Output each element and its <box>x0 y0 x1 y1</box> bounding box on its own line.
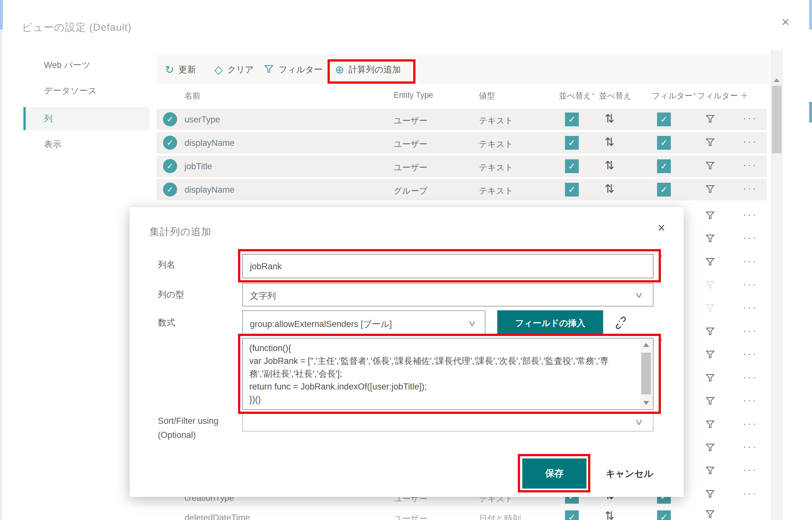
row-funnel-icon[interactable] <box>705 509 715 520</box>
column-type-select[interactable]: 文字列 ∨ <box>242 283 654 307</box>
cancel-button[interactable]: キャンセル <box>606 467 653 480</box>
highlight-box-save <box>518 454 590 492</box>
sidebar-item-display[interactable]: 表示 <box>44 137 140 152</box>
formula-field-select[interactable]: group:allowExternalSenders [ブール] ∨ <box>242 310 485 336</box>
row-more-options-icon[interactable]: ··· <box>743 488 758 498</box>
highlight-box-add-calc-column <box>327 59 416 84</box>
unlink-icon[interactable] <box>612 314 629 333</box>
row-funnel-icon[interactable] <box>705 257 715 268</box>
formula-label: 数式 <box>158 317 175 328</box>
sort-checkbox[interactable]: ✓ <box>565 159 579 173</box>
row-more-options-icon[interactable]: ··· <box>743 209 758 220</box>
filter-checkbox[interactable]: ✓ <box>657 159 671 173</box>
included-check-circle-icon[interactable]: ✓ <box>163 159 177 173</box>
row-more-options-icon[interactable]: ··· <box>743 279 758 289</box>
row-more-options-icon[interactable]: ··· <box>743 302 758 313</box>
row-funnel-icon[interactable] <box>705 210 715 222</box>
row-funnel-icon[interactable] <box>705 161 715 172</box>
row-funnel-icon[interactable] <box>705 327 715 338</box>
row-more-options-icon[interactable]: ··· <box>743 371 758 383</box>
row-more-options-icon[interactable]: ··· <box>743 348 758 359</box>
column-name-label: 列名 <box>158 259 175 270</box>
row-funnel-icon[interactable] <box>705 442 715 453</box>
sort-filter-label-line1: Sort/Filter using <box>158 416 219 426</box>
dialog-title: 集計列の追加 <box>149 225 212 238</box>
chevron-down-icon: ∨ <box>634 290 644 300</box>
column-header-sort-b[interactable]: 並べ替え <box>599 90 631 101</box>
row-name-cell: jobTitle <box>184 162 212 172</box>
row-more-options-icon[interactable]: ··· <box>743 441 758 452</box>
clear-button[interactable]: ◇ クリア <box>214 60 254 79</box>
clear-label: クリア <box>227 64 254 75</box>
sort-updown-icon[interactable]: ⇅ <box>605 135 614 149</box>
filter-button[interactable]: フィルター <box>264 60 323 79</box>
row-more-options-icon[interactable]: ··· <box>743 256 758 266</box>
page-edge-fragment <box>809 0 812 29</box>
row-value-type-cell: テキスト <box>479 162 513 173</box>
column-header-filter-b[interactable]: フィルター <box>697 90 738 101</box>
included-check-circle-icon[interactable]: ✓ <box>163 112 177 126</box>
sort-updown-icon[interactable]: ⇅ <box>605 112 614 125</box>
column-header-entity-type[interactable]: Entity Type <box>394 90 433 100</box>
row-funnel-icon[interactable] <box>705 466 715 477</box>
sidebar-item-webparts[interactable]: Web パーツ <box>44 58 140 73</box>
row-more-options-icon[interactable]: ··· <box>743 112 758 124</box>
sidebar-item-columns[interactable]: 列 <box>44 111 140 126</box>
row-funnel-icon[interactable] <box>705 184 715 195</box>
insert-field-button[interactable]: フィールドの挿入 <box>497 310 603 336</box>
refresh-button[interactable]: ↻ 更新 <box>165 60 196 79</box>
row-value-type-cell: テキスト <box>479 115 513 126</box>
filter-checkbox[interactable]: ✓ <box>657 112 671 126</box>
included-check-circle-icon[interactable]: ✓ <box>163 182 177 197</box>
row-name-cell: displayName <box>184 185 235 195</box>
row-funnel-icon[interactable] <box>705 137 715 149</box>
sort-updown-icon[interactable]: ⇅ <box>605 159 614 172</box>
sort-checkbox[interactable]: ✓ <box>565 112 579 126</box>
row-background <box>156 155 767 177</box>
row-value-type-cell: テキスト <box>479 185 513 197</box>
row-more-options-icon[interactable]: ··· <box>743 183 758 193</box>
row-more-options-icon[interactable]: ··· <box>743 395 758 406</box>
row-funnel-icon[interactable] <box>705 280 715 291</box>
row-funnel-icon[interactable] <box>705 114 715 125</box>
column-header-name[interactable]: 名前 <box>184 90 200 101</box>
row-funnel-icon[interactable] <box>705 373 715 384</box>
row-more-options-icon[interactable]: ··· <box>743 464 758 475</box>
row-background <box>156 109 767 130</box>
scrollbar-thumb[interactable] <box>772 86 782 153</box>
sort-updown-icon[interactable]: ⇅ <box>605 182 614 196</box>
row-funnel-icon[interactable] <box>705 396 715 407</box>
row-more-options-icon[interactable]: ··· <box>743 418 758 429</box>
sort-checkbox[interactable]: ✓ <box>565 183 579 197</box>
sort-filter-select[interactable]: ∨ <box>242 412 654 432</box>
sidebar-item-datasource[interactable]: データソース <box>44 83 140 98</box>
filter-label: フィルター <box>278 64 323 75</box>
sort-checkbox[interactable]: ✓ <box>565 511 579 520</box>
row-more-options-icon[interactable]: ··· <box>743 325 758 336</box>
row-funnel-icon[interactable] <box>705 349 715 361</box>
row-funnel-icon[interactable] <box>705 303 715 314</box>
column-header-sort-a[interactable]: 並べ替え≡ <box>559 90 595 101</box>
close-icon[interactable]: × <box>782 16 790 29</box>
page-edge-fragment <box>0 0 3 29</box>
add-column-icon[interactable]: + <box>740 88 747 102</box>
filter-checkbox[interactable]: ✓ <box>657 511 671 520</box>
filter-checkbox[interactable]: ✓ <box>657 183 671 197</box>
row-more-options-icon[interactable]: ··· <box>743 159 758 170</box>
column-header-filter-a[interactable]: フィルター≡ <box>652 90 696 101</box>
row-funnel-icon[interactable] <box>705 233 715 244</box>
row-funnel-icon[interactable] <box>705 489 715 500</box>
scrollbar-up-arrow[interactable] <box>774 78 780 82</box>
row-funnel-icon[interactable] <box>705 419 715 431</box>
row-more-options-icon[interactable]: ··· <box>743 232 758 243</box>
included-check-circle-icon[interactable]: ✓ <box>163 136 177 150</box>
filter-checkbox[interactable]: ✓ <box>657 136 671 150</box>
refresh-icon: ↻ <box>165 64 174 75</box>
sort-updown-icon[interactable]: ⇅ <box>605 509 614 520</box>
dialog-close-icon[interactable]: × <box>658 221 665 234</box>
row-more-options-icon[interactable]: ··· <box>743 136 758 147</box>
sort-checkbox[interactable]: ✓ <box>565 136 579 150</box>
column-type-label: 列の型 <box>158 289 184 301</box>
column-header-value-type[interactable]: 値型 <box>479 90 495 101</box>
highlight-box-formula-code <box>238 334 661 414</box>
